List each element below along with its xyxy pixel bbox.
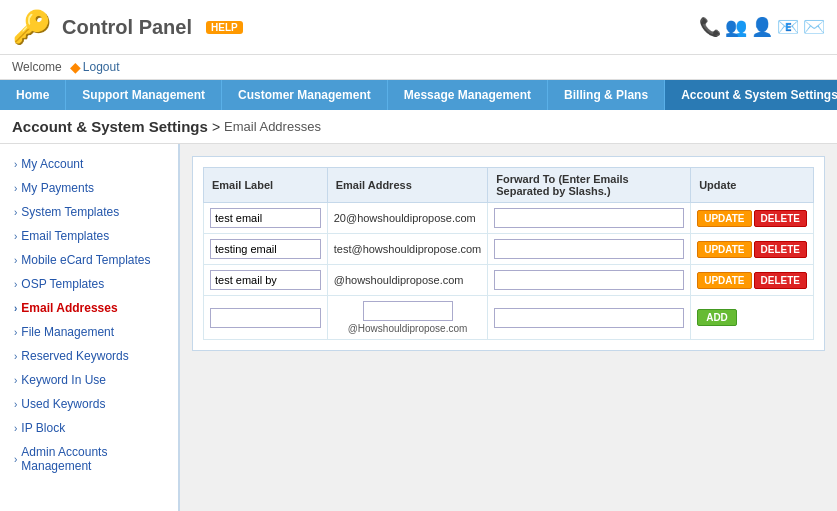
action-cell-2: UPDATE DELETE bbox=[691, 234, 814, 265]
arrow-icon: › bbox=[14, 255, 17, 266]
action-cell-1: UPDATE DELETE bbox=[691, 203, 814, 234]
envelope-icon: ✉️ bbox=[803, 16, 825, 38]
header: 🔑 Control Panel HELP 📞 👥 👤 📧 ✉️ bbox=[0, 0, 837, 55]
header-icons-right: 📞 👥 👤 📧 ✉️ bbox=[699, 16, 825, 38]
delete-button-2[interactable]: DELETE bbox=[754, 241, 807, 258]
welcome-text: Welcome bbox=[12, 60, 62, 74]
sidebar-item-system-templates[interactable]: › System Templates bbox=[0, 200, 178, 224]
col-email-label: Email Label bbox=[204, 168, 328, 203]
new-email-prefix-input[interactable] bbox=[363, 301, 453, 321]
arrow-icon: › bbox=[14, 399, 17, 410]
domain-hint: @Howshouldipropose.com bbox=[348, 323, 468, 334]
sidebar-item-osp-templates[interactable]: › OSP Templates bbox=[0, 272, 178, 296]
phone-icon: 📞 bbox=[699, 16, 721, 38]
table-row: test@howshouldipropose.com UPDATE DELETE bbox=[204, 234, 814, 265]
label-cell-1 bbox=[204, 203, 328, 234]
delete-button-3[interactable]: DELETE bbox=[754, 272, 807, 289]
nav-message[interactable]: Message Management bbox=[388, 80, 548, 110]
delete-button-1[interactable]: DELETE bbox=[754, 210, 807, 227]
arrow-icon: › bbox=[14, 327, 17, 338]
email-text-2: test@howshouldipropose.com bbox=[334, 243, 482, 255]
email-addresses-table: Email Label Email Address Forward To (En… bbox=[203, 167, 814, 340]
breadcrumb-page: Email Addresses bbox=[224, 119, 321, 134]
email-text-1: 20@howshouldipropose.com bbox=[334, 212, 476, 224]
help-badge[interactable]: HELP bbox=[206, 21, 243, 34]
sidebar-item-file-management[interactable]: › File Management bbox=[0, 320, 178, 344]
add-button[interactable]: ADD bbox=[697, 309, 737, 326]
arrow-icon: › bbox=[14, 423, 17, 434]
forward-input-3[interactable] bbox=[494, 270, 684, 290]
breadcrumb-separator: > bbox=[212, 119, 220, 135]
nav-customer[interactable]: Customer Management bbox=[222, 80, 388, 110]
nav-home[interactable]: Home bbox=[0, 80, 66, 110]
label-input-1[interactable] bbox=[210, 208, 321, 228]
sidebar-item-admin-accounts[interactable]: › Admin Accounts Management bbox=[0, 440, 178, 478]
email-cell-3: @howshouldipropose.com bbox=[327, 265, 488, 296]
new-action-cell: ADD bbox=[691, 296, 814, 340]
col-forward-to: Forward To (Enter Emails Separated by Sl… bbox=[488, 168, 691, 203]
arrow-icon: › bbox=[14, 454, 17, 465]
label-cell-2 bbox=[204, 234, 328, 265]
content-area: Email Label Email Address Forward To (En… bbox=[180, 144, 837, 511]
email-cell-1: 20@howshouldipropose.com bbox=[327, 203, 488, 234]
logout-icon: ◆ bbox=[70, 59, 81, 75]
sidebar-item-email-addresses[interactable]: › Email Addresses bbox=[0, 296, 178, 320]
nav-account-settings[interactable]: Account & System Settings bbox=[665, 80, 837, 110]
arrow-icon: › bbox=[14, 375, 17, 386]
nav-support[interactable]: Support Management bbox=[66, 80, 222, 110]
sidebar-item-keyword-in-use[interactable]: › Keyword In Use bbox=[0, 368, 178, 392]
sidebar-item-my-account[interactable]: › My Account bbox=[0, 152, 178, 176]
email-table-container: Email Label Email Address Forward To (En… bbox=[192, 156, 825, 351]
arrow-icon: › bbox=[14, 207, 17, 218]
sidebar-item-my-payments[interactable]: › My Payments bbox=[0, 176, 178, 200]
update-button-2[interactable]: UPDATE bbox=[697, 241, 751, 258]
sidebar-item-reserved-keywords[interactable]: › Reserved Keywords bbox=[0, 344, 178, 368]
main-layout: › My Account › My Payments › System Temp… bbox=[0, 144, 837, 511]
logout-link[interactable]: ◆ Logout bbox=[70, 59, 120, 75]
email-text-3: @howshouldipropose.com bbox=[334, 274, 464, 286]
sidebar: › My Account › My Payments › System Temp… bbox=[0, 144, 180, 511]
new-email-cell: @Howshouldipropose.com bbox=[327, 296, 488, 340]
mail-icon: 📧 bbox=[777, 16, 799, 38]
breadcrumb-section: Account & System Settings bbox=[12, 118, 208, 135]
arrow-icon: › bbox=[14, 279, 17, 290]
update-button-1[interactable]: UPDATE bbox=[697, 210, 751, 227]
forward-cell-2 bbox=[488, 234, 691, 265]
label-input-2[interactable] bbox=[210, 239, 321, 259]
new-label-input[interactable] bbox=[210, 308, 321, 328]
arrow-icon: › bbox=[14, 231, 17, 242]
forward-input-2[interactable] bbox=[494, 239, 684, 259]
table-row: @howshouldipropose.com UPDATE DELETE bbox=[204, 265, 814, 296]
col-update: Update bbox=[691, 168, 814, 203]
sidebar-item-ip-block[interactable]: › IP Block bbox=[0, 416, 178, 440]
sidebar-item-used-keywords[interactable]: › Used Keywords bbox=[0, 392, 178, 416]
add-row: @Howshouldipropose.com ADD bbox=[204, 296, 814, 340]
nav-billing[interactable]: Billing & Plans bbox=[548, 80, 665, 110]
new-forward-cell bbox=[488, 296, 691, 340]
arrow-icon: › bbox=[14, 183, 17, 194]
label-cell-3 bbox=[204, 265, 328, 296]
logo-icon: 🔑 bbox=[12, 8, 52, 46]
welcome-bar: Welcome ◆ Logout bbox=[0, 55, 837, 80]
forward-input-1[interactable] bbox=[494, 208, 684, 228]
people-icon: 👥 bbox=[725, 16, 747, 38]
arrow-icon: › bbox=[14, 159, 17, 170]
forward-cell-1 bbox=[488, 203, 691, 234]
label-input-3[interactable] bbox=[210, 270, 321, 290]
sidebar-item-email-templates[interactable]: › Email Templates bbox=[0, 224, 178, 248]
forward-cell-3 bbox=[488, 265, 691, 296]
arrow-icon: › bbox=[14, 351, 17, 362]
arrow-icon: › bbox=[14, 303, 17, 314]
table-row: 20@howshouldipropose.com UPDATE DELETE bbox=[204, 203, 814, 234]
logout-label: Logout bbox=[83, 60, 120, 74]
new-forward-input[interactable] bbox=[494, 308, 684, 328]
col-email-address: Email Address bbox=[327, 168, 488, 203]
update-button-3[interactable]: UPDATE bbox=[697, 272, 751, 289]
action-cell-3: UPDATE DELETE bbox=[691, 265, 814, 296]
new-label-cell bbox=[204, 296, 328, 340]
person-icon: 👤 bbox=[751, 16, 773, 38]
breadcrumb: Account & System Settings > Email Addres… bbox=[0, 110, 837, 144]
sidebar-item-mobile-ecard[interactable]: › Mobile eCard Templates bbox=[0, 248, 178, 272]
app-title: Control Panel bbox=[62, 16, 192, 39]
navbar: Home Support Management Customer Managem… bbox=[0, 80, 837, 110]
